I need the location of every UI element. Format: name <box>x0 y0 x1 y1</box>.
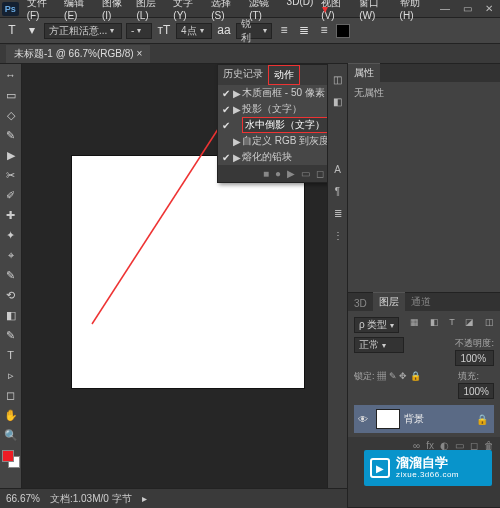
filter-smart-icon[interactable]: ◫ <box>485 317 494 333</box>
action-row[interactable]: ✔▶熔化的铅块 <box>218 149 327 165</box>
color-swatches[interactable] <box>2 450 20 468</box>
text-color-swatch[interactable] <box>336 24 350 38</box>
record-icon[interactable]: ● <box>275 168 281 179</box>
filter-pixels-icon[interactable]: ▦ <box>410 317 419 333</box>
collapsed-icon[interactable]: ◫ <box>330 74 346 90</box>
layer-name[interactable]: 背景 <box>404 412 424 426</box>
brush-tool-icon[interactable]: ✚ <box>2 206 20 224</box>
font-style-dropdown[interactable]: - <box>126 23 152 39</box>
heal-tool-icon[interactable]: ✐ <box>2 186 20 204</box>
hand-tool-icon[interactable]: ✋ <box>2 406 20 424</box>
tab-history[interactable]: 历史记录 <box>218 65 268 85</box>
chevron-down-icon[interactable]: ▾ <box>24 23 40 39</box>
align-center-icon[interactable]: ≣ <box>296 23 312 39</box>
wand-tool-icon[interactable]: ✎ <box>2 126 20 144</box>
menu-image[interactable]: 图像(I) <box>98 0 132 21</box>
gradient-tool-icon[interactable]: ⟲ <box>2 286 20 304</box>
eraser-tool-icon[interactable]: ✎ <box>2 266 20 284</box>
menu-window[interactable]: 窗口(W) <box>355 0 395 21</box>
action-row[interactable]: ✔▶投影（文字） <box>218 101 327 117</box>
tab-actions[interactable]: 动作 <box>268 65 300 85</box>
path-select-tool-icon[interactable]: ▹ <box>2 366 20 384</box>
move-tool-icon[interactable]: ↔ <box>2 66 20 84</box>
fill-label: 填充: <box>458 371 479 381</box>
collapsed-icon[interactable]: ⋮ <box>330 230 346 246</box>
ps-logo-icon: Ps <box>2 2 19 16</box>
blur-tool-icon[interactable]: ◧ <box>2 306 20 324</box>
close-icon[interactable]: ✕ <box>478 3 500 14</box>
collapsed-icon[interactable]: ≣ <box>330 208 346 224</box>
menu-edit[interactable]: 编辑(E) <box>60 0 98 21</box>
font-size-icon: тT <box>156 23 172 39</box>
font-family-dropdown[interactable]: 方正粗活意... <box>44 23 122 39</box>
document-tab-bar: 未标题-1 @ 66.7%(RGB/8) × <box>0 44 500 64</box>
shape-tool-icon[interactable]: ◻ <box>2 386 20 404</box>
layer-row[interactable]: 👁 背景 🔒 <box>354 405 494 433</box>
panel-menu-icon[interactable]: ▾≡ <box>325 65 327 85</box>
paragraph-panel-icon[interactable]: ¶ <box>330 186 346 202</box>
tab-layers[interactable]: 图层 <box>373 292 405 311</box>
anti-alias-dropdown[interactable]: 锐利 <box>236 23 272 39</box>
foreground-color-swatch[interactable] <box>2 450 14 462</box>
doc-info[interactable]: 文档:1.03M/0 字节 <box>50 492 132 506</box>
minimize-icon[interactable]: — <box>434 3 456 14</box>
lasso-tool-icon[interactable]: ◇ <box>2 106 20 124</box>
layer-filter-kind[interactable]: ρ 类型 <box>354 317 399 333</box>
action-row[interactable]: ▶自定义 RGB 到灰度 <box>218 133 327 149</box>
marquee-tool-icon[interactable]: ▭ <box>2 86 20 104</box>
action-row-selected[interactable]: ✔水中倒影（文字） <box>218 117 327 133</box>
properties-body: 无属性 <box>348 82 500 292</box>
action-row[interactable]: ✔▶木质画框 - 50 像素 <box>218 85 327 101</box>
close-tab-icon[interactable]: × <box>136 48 142 59</box>
document-canvas[interactable] <box>72 156 304 388</box>
properties-panel: 属性 无属性 <box>348 64 500 293</box>
eyedropper-tool-icon[interactable]: ✂ <box>2 166 20 184</box>
zoom-level[interactable]: 66.67% <box>6 493 40 504</box>
document-tab[interactable]: 未标题-1 @ 66.7%(RGB/8) × <box>6 45 150 63</box>
actions-list: ✔▶木质画框 - 50 像素 ✔▶投影（文字） ✔水中倒影（文字） ▶自定义 R… <box>218 85 327 165</box>
opacity-value[interactable]: 100% <box>455 350 494 366</box>
pen-tool-icon[interactable]: ✎ <box>2 326 20 344</box>
lock-icons[interactable]: ▦ ✎ ✥ 🔒 <box>377 371 421 381</box>
tool-preset-icon[interactable]: T <box>4 23 20 39</box>
menu-help[interactable]: 帮助(H) <box>396 0 434 21</box>
menu-type[interactable]: 文字(Y) <box>169 0 207 21</box>
layer-thumbnail[interactable] <box>376 409 400 429</box>
stamp-tool-icon[interactable]: ✦ <box>2 226 20 244</box>
canvas-area[interactable]: 历史记录 动作 ▾≡ ✔▶木质画框 - 50 像素 ✔▶投影（文字） ✔水中倒影… <box>22 64 327 508</box>
collapsed-icon[interactable]: ◧ <box>330 96 346 112</box>
history-brush-tool-icon[interactable]: ⌖ <box>2 246 20 264</box>
menu-3d[interactable]: 3D(D) <box>283 0 318 21</box>
stop-icon[interactable]: ■ <box>263 168 269 179</box>
menu-layer[interactable]: 图层(L) <box>132 0 169 21</box>
character-panel-icon[interactable]: A <box>330 164 346 180</box>
menu-file[interactable]: 文件(F) <box>23 0 60 21</box>
crop-tool-icon[interactable]: ▶ <box>2 146 20 164</box>
new-action-icon[interactable]: ◻ <box>316 168 324 179</box>
window-controls: — ▭ ✕ <box>434 3 500 14</box>
tab-3d[interactable]: 3D <box>348 296 373 311</box>
filter-shape-icon[interactable]: ◪ <box>465 317 474 333</box>
actions-panel-tabs: 历史记录 动作 ▾≡ <box>218 65 327 85</box>
chevron-right-icon[interactable]: ▸ <box>142 493 147 504</box>
tab-properties[interactable]: 属性 <box>348 63 380 82</box>
watermark-title: 溜溜自学 <box>396 456 459 470</box>
font-size-dropdown[interactable]: 4点 <box>176 23 212 39</box>
main-menu: 文件(F) 编辑(E) 图像(I) 图层(L) 文字(Y) 选择(S) 滤镜(T… <box>23 0 434 21</box>
filter-type-icon[interactable]: T <box>449 317 455 333</box>
blend-mode-dropdown[interactable]: 正常 <box>354 337 404 353</box>
red-arrow-marker-icon: ▾ <box>322 0 328 18</box>
zoom-tool-icon[interactable]: 🔍 <box>2 426 20 444</box>
tab-channels[interactable]: 通道 <box>405 293 437 311</box>
maximize-icon[interactable]: ▭ <box>456 3 478 14</box>
align-left-icon[interactable]: ≡ <box>276 23 292 39</box>
fill-value[interactable]: 100% <box>458 383 494 399</box>
align-right-icon[interactable]: ≡ <box>316 23 332 39</box>
filter-adjust-icon[interactable]: ◧ <box>430 317 439 333</box>
type-tool-icon[interactable]: T <box>2 346 20 364</box>
visibility-eye-icon[interactable]: 👁 <box>354 414 372 425</box>
menu-select[interactable]: 选择(S) <box>207 0 245 21</box>
new-set-icon[interactable]: ▭ <box>301 168 310 179</box>
actions-panel[interactable]: 历史记录 动作 ▾≡ ✔▶木质画框 - 50 像素 ✔▶投影（文字） ✔水中倒影… <box>217 64 327 183</box>
play-icon[interactable]: ▶ <box>287 168 295 179</box>
